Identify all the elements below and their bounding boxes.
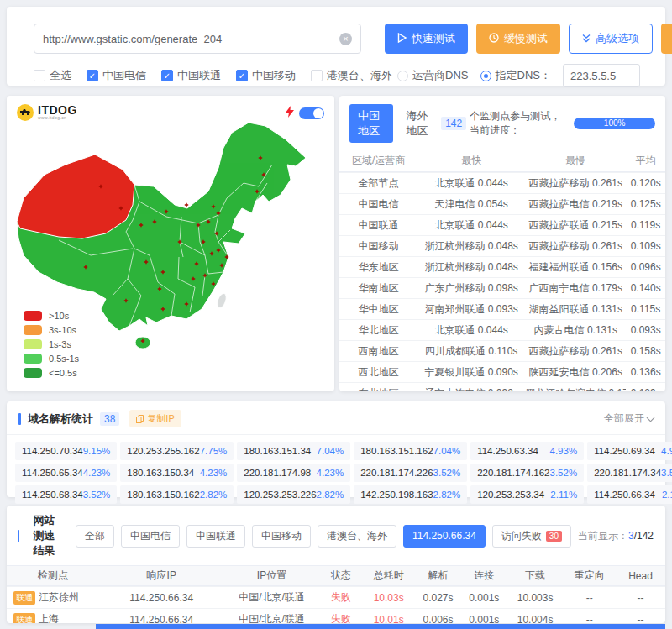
column-header: 最快: [417, 154, 525, 168]
tab-全部[interactable]: 全部: [76, 525, 114, 548]
region-name: 华北地区: [339, 323, 417, 338]
dns-entry[interactable]: 180.163.150.344.23%: [120, 464, 234, 482]
region-row[interactable]: 中国联通北京联通 0.044s西藏拉萨联通 0.215s0.119s: [339, 214, 665, 235]
dns-entry[interactable]: 180.163.151.1627.04%: [354, 442, 467, 460]
region-row[interactable]: 全部节点北京联通 0.044s西藏拉萨移动 0.261s0.120s: [339, 172, 665, 193]
tab-active-ip[interactable]: 114.250.66.34: [403, 525, 486, 548]
chevron-down-icon: [647, 413, 655, 422]
region-row[interactable]: 西北地区宁夏银川联通 0.090s陕西延安电信 0.206s0.136s: [339, 361, 665, 382]
connect-time: 0.001s: [461, 614, 507, 624]
dns-percentage: 4.93%: [550, 446, 578, 456]
fail-count-badge: 30: [546, 531, 562, 542]
copy-ip-button[interactable]: 复制IP: [129, 410, 181, 427]
tab-港澳台、海外[interactable]: 港澳台、海外: [318, 525, 396, 548]
checkbox-中国联通[interactable]: ✓中国联通: [161, 68, 221, 83]
dns-entry[interactable]: 220.181.174.343.52%: [587, 464, 672, 482]
tab-中国联通[interactable]: 中国联通: [186, 525, 245, 548]
legend-label: 3s-10s: [49, 325, 76, 335]
avg-time: 0.140s: [626, 282, 665, 294]
dns-ip: 114.250.69.34: [594, 446, 655, 456]
close-icon[interactable]: ×: [339, 33, 352, 45]
region-row[interactable]: 中国电信天津电信 0.054s西藏拉萨电信 0.219s0.125s: [339, 193, 665, 214]
checkbox-港澳台、海外[interactable]: 港澳台、海外: [311, 68, 392, 83]
dns-entry[interactable]: 114.250.70.349.15%: [15, 442, 117, 460]
checkbox-icon: [34, 70, 45, 81]
dns-entry[interactable]: 180.163.151.347.04%: [237, 442, 350, 460]
fastest-node: 河南郑州联通 0.093s: [417, 302, 525, 317]
region-row[interactable]: 东北地区辽宁大连电信 0.092s黑龙江哈尔滨电信 0.179s0.129s: [339, 382, 665, 391]
speed-results-title: 网站测速结果: [33, 513, 65, 558]
avg-time: 0.119s: [626, 219, 665, 231]
slowest-node: 西藏拉萨电信 0.219s: [525, 197, 626, 212]
dns-ip: 220.181.174.98: [244, 468, 311, 478]
fastest-node: 北京联通 0.044s: [417, 176, 525, 191]
speed-table-header: 检测点响应IPIP位置状态总耗时解析连接下载重定向Head: [7, 565, 665, 586]
dns-ip: 114.250.65.34: [22, 468, 83, 478]
dns-entry[interactable]: 120.253.253.2262.82%: [237, 485, 350, 504]
dns-entry[interactable]: 120.253.253.342.11%: [470, 485, 584, 504]
dns-percentage: 2.82%: [200, 490, 228, 500]
dog-logo-icon: [17, 104, 34, 121]
dns-ip: 114.250.70.34: [22, 446, 83, 456]
head: --: [616, 592, 665, 604]
region-row[interactable]: 西南地区四川成都联通 0.110s西藏拉萨移动 0.261s0.158s: [339, 340, 665, 361]
status: 失败: [319, 590, 362, 605]
dns-entry[interactable]: 180.163.150.1622.82%: [120, 485, 234, 504]
region-row[interactable]: 华北地区北京联通 0.044s内蒙古电信 0.131s0.093s: [339, 319, 665, 340]
avg-time: 0.115s: [626, 303, 665, 315]
radio-icon: [480, 71, 491, 81]
tab-中国移动[interactable]: 中国移动: [252, 525, 311, 548]
dns-entry[interactable]: 220.181.174.1623.52%: [470, 464, 584, 482]
url-input[interactable]: [43, 33, 339, 45]
fastest-node: 北京联通 0.044s: [417, 218, 525, 233]
dns-percentage: 2.82%: [433, 490, 461, 500]
button-完整截图[interactable]: 完整截图: [661, 24, 672, 54]
region-row[interactable]: 华东地区浙江杭州移动 0.048s福建福州联通 0.156s0.096s: [339, 256, 665, 277]
region-name: 中国移动: [339, 239, 417, 254]
column-header: 总耗时: [362, 569, 415, 583]
tab-中国地区[interactable]: 中国地区: [349, 104, 393, 143]
region-name: 中国电信: [339, 197, 417, 212]
dns-stats-panel: 域名解析统计 38 复制IP 全部展开 114.250.70.349.15%12…: [7, 401, 665, 497]
button-缓慢测试[interactable]: 缓慢测试: [476, 24, 560, 54]
dns-entry[interactable]: 220.181.174.2263.52%: [354, 464, 467, 482]
dns-entry[interactable]: 114.250.68.343.52%: [15, 485, 117, 504]
dns-ip: 120.253.253.226: [244, 490, 316, 500]
map-marker-icon: [185, 203, 188, 207]
region-row[interactable]: 华南地区广东广州移动 0.098s广西南宁电信 0.179s0.140s: [339, 277, 665, 298]
button-高级选项[interactable]: 高级选项: [569, 24, 653, 54]
tab-海外地区[interactable]: 海外地区: [398, 104, 442, 143]
tab-中国电信[interactable]: 中国电信: [121, 525, 180, 548]
column-header: IP位置: [224, 569, 320, 583]
checkbox-中国移动[interactable]: ✓中国移动: [236, 68, 296, 83]
checkbox-checked-icon: ✓: [236, 70, 248, 81]
legend-swatch: [24, 339, 42, 349]
legend-swatch: [24, 325, 42, 335]
progress-label: 个监测点参与测试，当前进度：: [470, 109, 567, 138]
dns-entry[interactable]: 114.250.65.344.23%: [15, 464, 117, 482]
dns-input[interactable]: [563, 64, 640, 87]
tab-fail[interactable]: 访问失败30: [492, 525, 571, 548]
status: 失败: [319, 612, 362, 623]
ip-location: 中国/北京/联通: [224, 612, 320, 623]
speed-results-panel: 网站测速结果 全部中国电信中国联通中国移动港澳台、海外114.250.66.34…: [7, 506, 665, 623]
button-快速测试[interactable]: 快速测试: [385, 24, 468, 54]
speed-row[interactable]: 联通江苏徐州114.250.66.34中国/北京/联通失败10.03s0.027…: [7, 586, 665, 608]
checkbox-全选[interactable]: 全选: [34, 68, 71, 83]
radio-运营商DNS[interactable]: 运营商DNS: [397, 68, 468, 83]
radio-label: 指定DNS：: [496, 68, 551, 83]
dns-entry[interactable]: 114.250.66.342.11%: [587, 485, 672, 504]
region-row[interactable]: 中国移动浙江杭州移动 0.048s西藏拉萨移动 0.261s0.109s: [339, 235, 665, 256]
dns-entry[interactable]: 120.253.255.1627.75%: [120, 442, 234, 460]
dns-entry[interactable]: 220.181.174.984.23%: [237, 464, 350, 482]
dns-entry[interactable]: 114.250.69.344.93%: [587, 442, 672, 460]
speed-row[interactable]: 联通上海114.250.66.34中国/北京/联通失败10.01s0.006s0…: [7, 608, 665, 623]
checkbox-中国电信[interactable]: ✓中国电信: [87, 68, 146, 83]
expand-all-button[interactable]: 全部展开: [604, 411, 654, 426]
dns-entry[interactable]: 114.250.63.344.93%: [470, 442, 584, 460]
region-row[interactable]: 华中地区河南郑州联通 0.093s湖南益阳联通 0.131s0.115s: [339, 298, 665, 319]
map-toggle[interactable]: [299, 107, 324, 119]
radio-指定DNS[interactable]: 指定DNS：: [480, 68, 551, 83]
avg-time: 0.136s: [626, 366, 665, 378]
dns-entry[interactable]: 142.250.198.1632.82%: [354, 485, 467, 504]
